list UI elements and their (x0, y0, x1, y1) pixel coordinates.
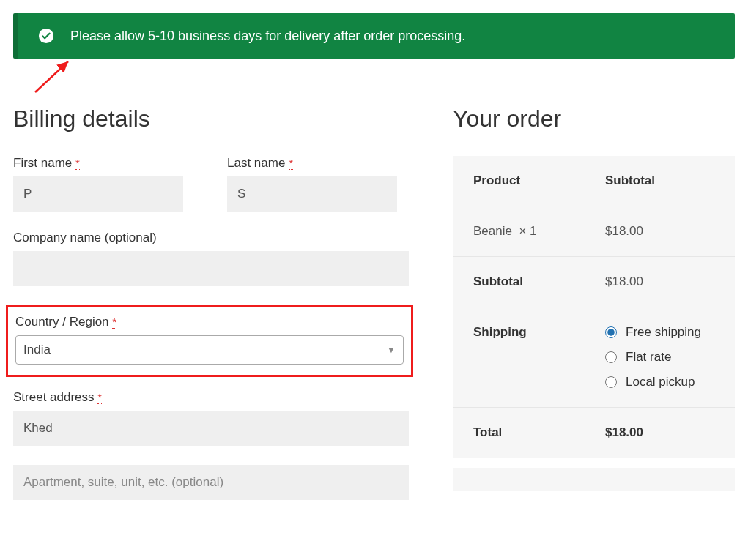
chevron-down-icon: ▼ (387, 345, 396, 355)
order-head-subtotal: Subtotal (605, 173, 714, 188)
check-circle-icon (38, 28, 54, 44)
order-header-row: Product Subtotal (453, 156, 735, 206)
shipping-radio-free[interactable] (605, 326, 617, 338)
order-heading: Your order (453, 105, 735, 132)
street-label: Street address * (13, 390, 409, 405)
order-subtotal-row: Subtotal $18.00 (453, 257, 735, 307)
first-name-field[interactable] (13, 176, 183, 212)
billing-section: Billing details First name * Last name *… (13, 105, 409, 519)
first-name-label: First name * (13, 156, 195, 171)
last-name-label: Last name * (227, 156, 409, 171)
order-total-row: Total $18.00 (453, 408, 735, 458)
payment-section-peek (453, 468, 735, 491)
company-label: Company name (optional) (13, 231, 409, 245)
billing-heading: Billing details (13, 105, 409, 132)
country-highlight: Country / Region * India ▼ (6, 305, 413, 377)
company-field[interactable] (13, 251, 409, 286)
order-head-product: Product (473, 173, 605, 188)
country-select[interactable]: India ▼ (15, 335, 404, 365)
street-field[interactable] (13, 411, 409, 446)
shipping-radio-local[interactable] (605, 376, 617, 388)
order-section: Your order Product Subtotal Beanie × 1 $… (453, 105, 735, 519)
shipping-option-free[interactable]: Free shipping (605, 325, 714, 340)
shipping-radio-flat[interactable] (605, 351, 617, 363)
shipping-option-local[interactable]: Local pickup (605, 375, 714, 389)
notice-text: Please allow 5-10 business days for deli… (70, 29, 465, 44)
country-label: Country / Region * (15, 315, 404, 329)
country-value: India (23, 343, 51, 357)
order-item-row: Beanie × 1 $18.00 (453, 206, 735, 257)
notice-banner: Please allow 5-10 business days for deli… (13, 13, 735, 59)
order-shipping-row: Shipping Free shipping Flat rate Local p… (453, 307, 735, 408)
svg-line-1 (35, 61, 68, 92)
shipping-option-flat[interactable]: Flat rate (605, 350, 714, 365)
last-name-field[interactable] (227, 176, 397, 212)
annotation-arrow (13, 59, 735, 102)
apartment-field[interactable] (13, 465, 409, 500)
